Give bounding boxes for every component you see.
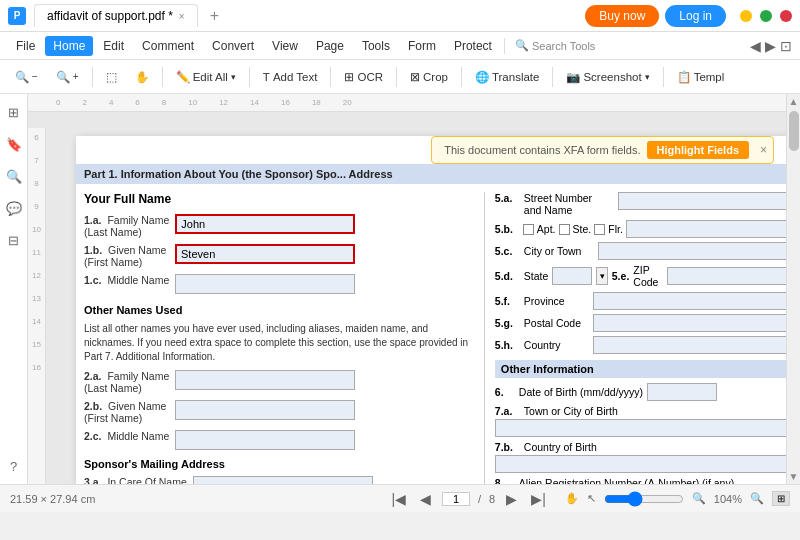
flr-checkbox[interactable] bbox=[594, 224, 605, 235]
scroll-thumb[interactable] bbox=[789, 111, 799, 151]
ste-checkbox[interactable] bbox=[559, 224, 570, 235]
other-family-input[interactable] bbox=[175, 370, 355, 390]
new-tab-button[interactable]: + bbox=[206, 7, 223, 25]
search-tools[interactable]: 🔍 Search Tools bbox=[509, 37, 601, 54]
zoom-in-icon: 🔍 bbox=[56, 70, 70, 84]
rc-city-birth-input[interactable] bbox=[495, 419, 800, 437]
scroll-down-icon[interactable]: ▼ bbox=[789, 471, 799, 482]
rc-country-birth-input[interactable] bbox=[495, 455, 800, 473]
menu-home[interactable]: Home bbox=[45, 36, 93, 56]
rc-alien-label: Alien Registration Number (A-Number) (if… bbox=[519, 477, 734, 484]
other-given-label: 2.b. Given Name(First Name) bbox=[84, 400, 169, 424]
menu-form[interactable]: Form bbox=[400, 36, 444, 56]
apt-input[interactable] bbox=[626, 220, 800, 238]
highlight-fields-banner: This document contains XFA form fields. … bbox=[431, 136, 774, 164]
tab-close-icon[interactable]: × bbox=[179, 11, 185, 22]
nav-back-icon[interactable]: ◀ bbox=[750, 38, 761, 54]
prev-page-button[interactable]: ◀ bbox=[417, 489, 434, 509]
last-page-button[interactable]: ▶| bbox=[528, 489, 549, 509]
left-col: Your Full Name 1.a. Family Name(Last Nam… bbox=[84, 192, 484, 484]
crop-button[interactable]: ⊠ Crop bbox=[403, 67, 455, 87]
rc-dob-input[interactable] bbox=[647, 383, 717, 401]
cursor-icon: ⬚ bbox=[106, 70, 117, 84]
rc-country-input[interactable] bbox=[593, 336, 800, 354]
rc-state-input[interactable] bbox=[552, 267, 592, 285]
care-of-label: 3.a. In Care Of Name bbox=[84, 476, 187, 484]
rc-zip-input[interactable] bbox=[667, 267, 800, 285]
first-page-button[interactable]: |◀ bbox=[388, 489, 409, 509]
menu-view[interactable]: View bbox=[264, 36, 306, 56]
zoom-out-status-icon[interactable]: 🔍 bbox=[692, 492, 706, 505]
text-icon: T bbox=[263, 71, 270, 83]
add-text-button[interactable]: T Add Text bbox=[256, 68, 325, 86]
menu-page[interactable]: Page bbox=[308, 36, 352, 56]
rc-alien-row: 8. Alien Registration Number (A-Number) … bbox=[495, 477, 800, 484]
given-name-input[interactable] bbox=[175, 244, 355, 264]
log-in-button[interactable]: Log in bbox=[665, 5, 726, 27]
ruler-mark: 12 bbox=[219, 98, 228, 107]
menu-protect[interactable]: Protect bbox=[446, 36, 500, 56]
family-name-input[interactable] bbox=[175, 214, 355, 234]
rc-country-birth-row: 7.b. Country of Birth bbox=[495, 441, 800, 473]
fit-page-button[interactable]: ⊞ bbox=[772, 491, 790, 506]
hand-tool-button[interactable]: ✋ bbox=[128, 67, 156, 87]
rc-street-input[interactable] bbox=[618, 192, 800, 210]
rc-city-input[interactable] bbox=[598, 242, 800, 260]
highlight-fields-button[interactable]: Highlight Fields bbox=[647, 141, 750, 159]
zoom-in-status-icon[interactable]: 🔍 bbox=[750, 492, 764, 505]
ocr-button[interactable]: ⊞ OCR bbox=[337, 67, 390, 87]
rc-dob-label: Date of Birth (mm/dd/yyyy) bbox=[519, 386, 643, 398]
other-given-input[interactable] bbox=[175, 400, 355, 420]
sidebar-layers-icon[interactable]: ⊟ bbox=[4, 230, 24, 250]
screenshot-button[interactable]: 📷 Screenshot ▾ bbox=[559, 67, 656, 87]
apt-checkbox[interactable] bbox=[523, 224, 534, 235]
banner-close-icon[interactable]: × bbox=[760, 143, 767, 157]
screenshot-icon: 📷 bbox=[566, 70, 580, 84]
sidebar-help-icon[interactable]: ? bbox=[4, 456, 24, 476]
vertical-scrollbar[interactable]: ▲ ▼ bbox=[786, 94, 800, 484]
title-bar: P affidavit of support.pdf * × + Buy now… bbox=[0, 0, 800, 32]
zoom-in-button[interactable]: 🔍+ bbox=[49, 67, 86, 87]
sidebar-bookmark-icon[interactable]: 🔖 bbox=[4, 134, 24, 154]
care-of-input[interactable] bbox=[193, 476, 373, 484]
rc-alien-num: 8. bbox=[495, 477, 515, 484]
rc-province-input[interactable] bbox=[593, 292, 800, 310]
nav-forward-icon[interactable]: ▶ bbox=[765, 38, 776, 54]
other-family-row: 2.a. Family Name(Last Name) bbox=[84, 370, 476, 394]
window-icon[interactable]: ⊡ bbox=[780, 38, 792, 54]
other-names-title: Other Names Used bbox=[84, 304, 476, 316]
other-middle-row: 2.c. Middle Name bbox=[84, 430, 476, 450]
sidebar-comment-icon[interactable]: 💬 bbox=[4, 198, 24, 218]
edit-all-button[interactable]: ✏️ Edit All ▾ bbox=[169, 67, 243, 87]
menu-comment[interactable]: Comment bbox=[134, 36, 202, 56]
menu-convert[interactable]: Convert bbox=[204, 36, 262, 56]
active-tab[interactable]: affidavit of support.pdf * × bbox=[34, 4, 198, 27]
part-header: Part 1. Information About You (the Spons… bbox=[76, 164, 800, 184]
zoom-slider[interactable] bbox=[604, 491, 684, 507]
page-number-input[interactable] bbox=[442, 492, 470, 506]
buy-now-button[interactable]: Buy now bbox=[585, 5, 659, 27]
menu-tools[interactable]: Tools bbox=[354, 36, 398, 56]
next-page-button[interactable]: ▶ bbox=[503, 489, 520, 509]
templ-button[interactable]: 📋 Templ bbox=[670, 67, 732, 87]
menu-file[interactable]: File bbox=[8, 36, 43, 56]
rc-postal-input[interactable] bbox=[593, 314, 800, 332]
state-dropdown-icon[interactable]: ▾ bbox=[596, 267, 607, 285]
sidebar-home-icon[interactable]: ⊞ bbox=[4, 102, 24, 122]
close-button[interactable] bbox=[780, 10, 792, 22]
rc-country-row: 5.h. Country bbox=[495, 336, 800, 354]
other-middle-input[interactable] bbox=[175, 430, 355, 450]
select-tool-button[interactable]: ⬚ bbox=[99, 67, 124, 87]
zoom-out-button[interactable]: 🔍− bbox=[8, 67, 45, 87]
zoom-level-text: 104% bbox=[714, 493, 742, 505]
translate-button[interactable]: 🌐 Translate bbox=[468, 67, 547, 87]
ruler-v-mark: 8 bbox=[34, 179, 38, 188]
rc-apt-row: 5.b. Apt. Ste. Flr. bbox=[495, 220, 800, 238]
scroll-up-icon[interactable]: ▲ bbox=[789, 96, 799, 107]
menu-edit[interactable]: Edit bbox=[95, 36, 132, 56]
minimize-button[interactable] bbox=[740, 10, 752, 22]
maximize-button[interactable] bbox=[760, 10, 772, 22]
sidebar-search-icon[interactable]: 🔍 bbox=[4, 166, 24, 186]
search-tools-label: Search Tools bbox=[532, 40, 595, 52]
middle-name-input[interactable] bbox=[175, 274, 355, 294]
